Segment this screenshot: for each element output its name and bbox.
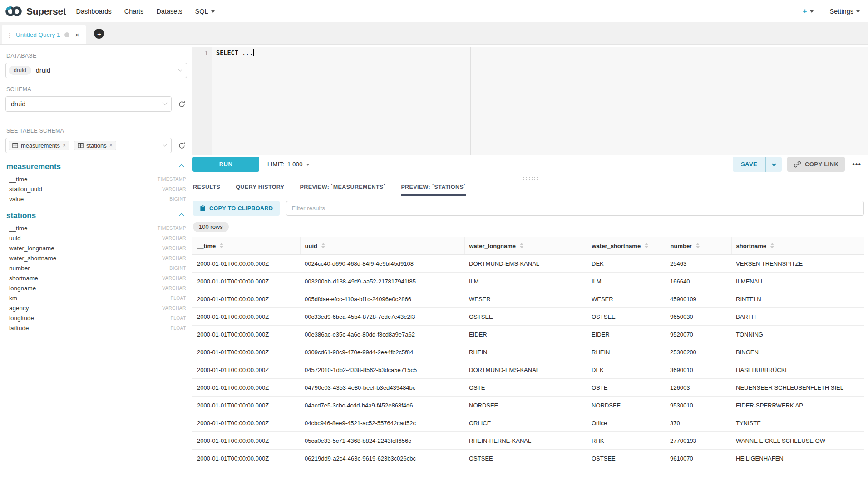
copy-to-clipboard-button[interactable]: COPY TO CLIPBOARD	[193, 201, 280, 216]
editor-gutter: 1	[192, 47, 212, 155]
column-name: shortname	[9, 275, 38, 282]
schema-column-row: __time TIMESTAMP	[5, 223, 187, 233]
table-chip[interactable]: stations ×	[74, 141, 116, 150]
menu-datasets[interactable]: Datasets	[156, 8, 182, 15]
header-uuid[interactable]: uuid	[300, 237, 464, 255]
sort-icon	[696, 243, 700, 248]
cell-uuid: 0309cd61-90c9-470e-99d4-2ee4fb2c5f84	[300, 343, 464, 361]
schema-section-measurements: measurements __time TIMESTAMP station_uu…	[5, 161, 187, 204]
tab-preview-measurements[interactable]: PREVIEW: `MEASUREMENTS`	[300, 184, 386, 196]
menu-dashboards[interactable]: Dashboards	[76, 8, 111, 15]
chevron-down-icon	[306, 164, 310, 166]
remove-icon[interactable]: ×	[63, 142, 66, 149]
table-row[interactable]: 2000-01-01T00:00:00.000Z 005dfdae-efcc-4…	[192, 290, 864, 308]
print-margin-line	[470, 47, 471, 155]
query-status-dot	[64, 32, 69, 37]
measurements-header[interactable]: measurements	[5, 161, 187, 174]
schema-select[interactable]: druid	[5, 96, 172, 112]
schema-column-row: latitude FLOAT	[5, 323, 187, 333]
header-time[interactable]: __time	[192, 237, 300, 255]
run-button[interactable]: RUN	[192, 157, 259, 172]
cell-number: 126003	[666, 379, 731, 397]
cell-number: 166640	[666, 273, 731, 290]
table-row[interactable]: 2000-01-01T00:00:00.000Z 0024cc40-d690-4…	[192, 255, 864, 273]
table-row[interactable]: 2000-01-01T00:00:00.000Z 003200ab-d138-4…	[192, 273, 864, 290]
query-tab-active[interactable]: ⋮ Untitled Query 1 ×	[2, 25, 86, 44]
header-water-longname[interactable]: water_longname	[464, 237, 587, 255]
table-row[interactable]: 2000-01-01T00:00:00.000Z 0309cd61-90c9-4…	[192, 343, 864, 361]
menu-sql[interactable]: SQL	[195, 8, 215, 15]
copy-link-button[interactable]: COPY LINK	[787, 157, 845, 172]
navbar-right: + Settings	[803, 7, 860, 15]
brand-name: Superset	[26, 6, 66, 17]
header-shortname[interactable]: shortname	[731, 237, 864, 255]
pane-resize-handle-icon[interactable]	[523, 177, 538, 180]
stations-header[interactable]: stations	[5, 210, 187, 223]
add-tab-button[interactable]: +	[94, 29, 104, 39]
cell-number: 25300200	[666, 343, 731, 361]
editor-code[interactable]: SELECT ...	[212, 47, 868, 155]
refresh-tables-button[interactable]	[176, 140, 187, 151]
sort-icon	[321, 243, 325, 248]
column-name: agency	[9, 305, 29, 312]
schema-column-row: value BIGINT	[5, 194, 187, 204]
column-name: number	[9, 265, 30, 272]
header-water-shortname[interactable]: water_shortname	[587, 237, 666, 255]
settings-menu[interactable]: Settings	[830, 8, 860, 15]
tab-preview-stations[interactable]: PREVIEW: `STATIONS`	[401, 184, 465, 196]
table-row[interactable]: 2000-01-01T00:00:00.000Z 04acd7e5-3cbc-4…	[192, 397, 864, 414]
table-row[interactable]: 2000-01-01T00:00:00.000Z 00e386ac-e35c-4…	[192, 326, 864, 343]
table-row[interactable]: 2000-01-01T00:00:00.000Z 04cbc946-8ee9-4…	[192, 414, 864, 432]
cell-number: 25463	[666, 255, 731, 273]
sql-editor[interactable]: 1 SELECT ...	[192, 47, 868, 155]
save-dropdown-button[interactable]	[765, 157, 782, 172]
cell-time: 2000-01-01T00:00:00.000Z	[192, 432, 300, 450]
schema-column-row: __time TIMESTAMP	[5, 174, 187, 184]
new-item-button[interactable]: +	[803, 7, 813, 15]
chevron-up-icon[interactable]	[179, 164, 184, 169]
table-chip-name: stations	[86, 142, 107, 149]
cell-water-shortname: DEK	[587, 255, 666, 273]
drag-handle-icon[interactable]: ⋮	[6, 31, 12, 39]
table-chip[interactable]: measurements ×	[9, 141, 69, 150]
tab-query-history[interactable]: QUERY HISTORY	[236, 184, 284, 196]
database-select[interactable]: druid druid	[5, 63, 187, 78]
header-number[interactable]: number	[666, 237, 731, 255]
chevron-up-icon[interactable]	[179, 213, 184, 218]
schema-column-row: water_shortname VARCHAR	[5, 253, 187, 263]
save-button[interactable]: SAVE	[733, 157, 765, 172]
cell-shortname: BINGEN	[731, 343, 864, 361]
superset-brand[interactable]: Superset	[5, 5, 66, 17]
cell-uuid: 06219dd9-a2c4-463c-9619-623b3c026cbc	[300, 450, 464, 467]
cell-number: 27700193	[666, 432, 731, 450]
table-row[interactable]: 2000-01-01T00:00:00.000Z 06219dd9-a2c4-4…	[192, 450, 864, 467]
limit-dropdown[interactable]: LIMIT: 1 000	[267, 161, 310, 168]
cell-water-longname: RHEIN-HERNE-KANAL	[464, 432, 587, 450]
column-name: __time	[9, 176, 28, 183]
cell-uuid: 04572010-1db2-4338-8562-b3dca5e715c5	[300, 361, 464, 379]
results-toolbar: COPY TO CLIPBOARD	[193, 201, 864, 216]
table-row[interactable]: 2000-01-01T00:00:00.000Z 04572010-1db2-4…	[192, 361, 864, 379]
table-row[interactable]: 2000-01-01T00:00:00.000Z 00c33ed9-6bea-4…	[192, 308, 864, 326]
divider	[5, 120, 187, 120]
table-row[interactable]: 2000-01-01T00:00:00.000Z 05ca0e33-5c71-4…	[192, 432, 864, 450]
filter-results-input[interactable]	[286, 201, 864, 216]
cell-water-longname: EIDER	[464, 326, 587, 343]
table-schema-select[interactable]: measurements × stations ×	[5, 138, 172, 153]
column-name: station_uuid	[9, 186, 42, 193]
cell-time: 2000-01-01T00:00:00.000Z	[192, 361, 300, 379]
chevron-down-icon	[162, 142, 167, 147]
refresh-schemas-button[interactable]	[176, 99, 187, 109]
table-row[interactable]: 2000-01-01T00:00:00.000Z 04790e03-4353-4…	[192, 379, 864, 397]
tab-results[interactable]: RESULTS	[193, 184, 220, 196]
remove-icon[interactable]: ×	[109, 142, 113, 149]
menu-charts[interactable]: Charts	[124, 8, 144, 15]
more-actions-button[interactable]: •••	[850, 160, 863, 169]
cell-uuid: 00e386ac-e35c-4a6e-80dd-f8cd8a9e7a62	[300, 326, 464, 343]
cell-shortname: NEUENSEER SCHLEUSENFLETH SIEL	[731, 379, 864, 397]
column-type: VARCHAR	[162, 186, 186, 192]
schema-section-stations: stations __time TIMESTAMP uuid VARCHAR	[5, 210, 187, 333]
chevron-down-icon	[771, 161, 776, 166]
close-icon[interactable]: ×	[74, 31, 79, 39]
cell-time: 2000-01-01T00:00:00.000Z	[192, 397, 300, 414]
